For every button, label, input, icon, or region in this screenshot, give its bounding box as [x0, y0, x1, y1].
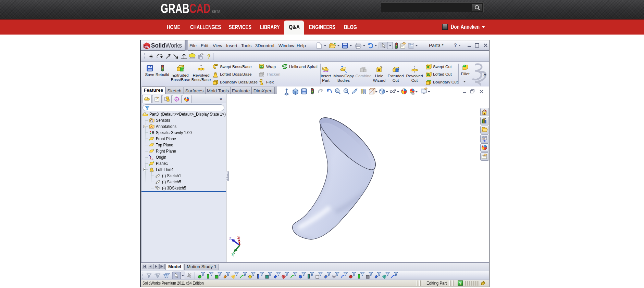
svg-text:Z: Z: [229, 236, 232, 240]
svg-text:GB: GB: [260, 66, 263, 68]
svg-text:Y: Y: [231, 252, 234, 256]
svg-text:3D: 3D: [155, 186, 158, 188]
svg-text:?: ?: [454, 42, 457, 48]
svg-text:A: A: [150, 125, 153, 129]
svg-text:?: ?: [207, 54, 211, 60]
svg-text:SW: SW: [145, 45, 150, 49]
